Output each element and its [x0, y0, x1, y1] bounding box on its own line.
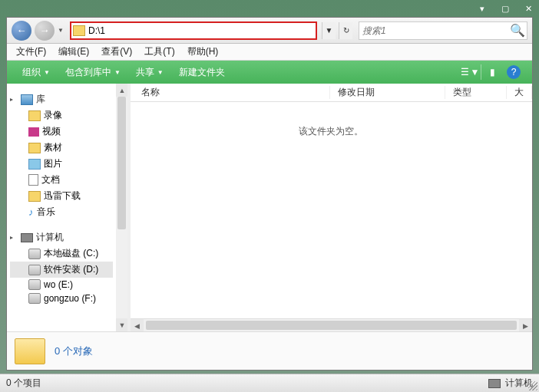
folder-large-icon [15, 338, 45, 364]
nav-drive-item[interactable]: 软件安装 (D:) [10, 262, 113, 278]
item-icon [28, 174, 38, 186]
item-icon [28, 159, 41, 170]
search-box[interactable]: 🔍 [359, 21, 527, 40]
include-library-button[interactable]: 包含到库中▼ [58, 63, 128, 82]
chevron-down-icon[interactable]: ▸ [10, 234, 18, 241]
empty-folder-message: 该文件夹为空。 [299, 125, 363, 138]
nav-library-item[interactable]: ♪音乐 [10, 204, 113, 220]
item-icon [28, 191, 41, 202]
nav-drive-item[interactable]: 本地磁盘 (C:) [10, 245, 113, 262]
back-button[interactable]: ← [12, 21, 31, 41]
computer-icon [21, 233, 33, 242]
preview-pane-button[interactable]: ▮ [481, 64, 503, 81]
command-toolbar: 组织▼ 包含到库中▼ 共享▼ 新建文件夹 ☰▼ ▮ ? [7, 61, 532, 84]
chevron-down-icon[interactable]: ▸ [10, 96, 18, 103]
folder-icon [73, 25, 85, 36]
menu-bar: 文件(F) 编辑(E) 查看(V) 工具(T) 帮助(H) [7, 44, 532, 61]
resize-grip[interactable] [528, 381, 537, 390]
address-dropdown[interactable]: ▼ [322, 22, 336, 39]
nav-library-item[interactable]: 素材 [10, 140, 113, 156]
col-modified[interactable]: 修改日期 [330, 86, 445, 99]
close-button[interactable]: ✕ [524, 4, 533, 13]
scroll-up-icon[interactable]: ▲ [116, 84, 127, 97]
search-input[interactable] [359, 23, 508, 38]
status-bar: 0 个项目 计算机 [0, 374, 539, 392]
scrollbar-thumb[interactable] [146, 321, 517, 330]
forward-button[interactable]: → [35, 21, 55, 41]
search-icon[interactable]: 🔍 [508, 22, 527, 39]
view-options-button[interactable]: ☰▼ [459, 64, 481, 81]
menu-file[interactable]: 文件(F) [10, 44, 52, 60]
address-input[interactable] [88, 23, 314, 38]
horizontal-scrollbar[interactable]: ◀ ▶ [131, 318, 532, 331]
nav-library-item[interactable]: 录像 [10, 107, 113, 124]
music-icon: ♪ [28, 206, 34, 218]
col-name[interactable]: 名称 [131, 86, 330, 99]
nav-computer-root[interactable]: ▸ 计算机 [10, 229, 113, 245]
nav-library-item[interactable]: 图片 [10, 156, 113, 172]
scroll-right-icon[interactable]: ▶ [519, 319, 532, 331]
history-dropdown[interactable]: ▼ [58, 27, 65, 35]
scroll-left-icon[interactable]: ◀ [131, 319, 144, 331]
nav-scrollbar[interactable]: ▲ ▼ [116, 84, 127, 331]
menu-tools[interactable]: 工具(T) [138, 44, 180, 60]
explorer-window: ← → ▼ ▼ ↻ 🔍 文件(F) 编辑(E) 查看(V) 工具(T) 帮助(H… [6, 17, 533, 371]
content-area: ▸ 库 录像视频素材图片文档迅雷下载♪音乐 ▸ 计算机 本地磁盘 (C:)软件安… [7, 84, 532, 331]
column-headers: 名称 修改日期 类型 大 [131, 84, 532, 102]
file-list-body[interactable]: 该文件夹为空。 [131, 102, 532, 318]
maximize-button[interactable]: ▢ [501, 4, 510, 13]
status-item-count: 0 个项目 [6, 377, 41, 390]
navigation-pane[interactable]: ▸ 库 录像视频素材图片文档迅雷下载♪音乐 ▸ 计算机 本地磁盘 (C:)软件安… [7, 84, 116, 331]
details-pane: 0 个对象 [7, 331, 532, 370]
nav-drive-item[interactable]: wo (E:) [10, 278, 113, 292]
item-icon [28, 110, 41, 121]
nav-library-item[interactable]: 视频 [10, 124, 113, 140]
object-count: 0 个对象 [55, 344, 93, 358]
share-button[interactable]: 共享▼ [128, 63, 171, 82]
item-icon [28, 127, 39, 137]
navigation-bar: ← → ▼ ▼ ↻ 🔍 [7, 18, 532, 44]
scroll-down-icon[interactable]: ▼ [116, 318, 127, 331]
col-size[interactable]: 大 [507, 86, 532, 99]
drive-icon [28, 279, 41, 290]
drive-icon [28, 293, 41, 304]
organize-button[interactable]: 组织▼ [15, 63, 58, 82]
drive-icon [28, 249, 41, 259]
help-button[interactable]: ? [503, 64, 524, 81]
scrollbar-thumb[interactable] [117, 97, 126, 229]
menu-help[interactable]: 帮助(H) [181, 44, 225, 60]
address-bar[interactable] [70, 21, 317, 40]
item-icon [28, 143, 41, 153]
file-list-pane: 名称 修改日期 类型 大 该文件夹为空。 ◀ ▶ [131, 84, 532, 331]
nav-drive-item[interactable]: gongzuo (F:) [10, 292, 113, 305]
new-folder-button[interactable]: 新建文件夹 [171, 63, 233, 82]
drive-icon [28, 265, 41, 275]
refresh-button[interactable]: ↻ [339, 22, 352, 39]
col-type[interactable]: 类型 [445, 86, 507, 99]
minimize-button[interactable]: ▾ [478, 4, 487, 13]
nav-library-item[interactable]: 文档 [10, 172, 113, 188]
computer-icon [488, 379, 501, 388]
menu-edit[interactable]: 编辑(E) [52, 44, 95, 60]
window-titlebar: ▾ ▢ ✕ [0, 0, 539, 17]
nav-library-root[interactable]: ▸ 库 [10, 91, 113, 107]
library-icon [21, 94, 33, 105]
nav-library-item[interactable]: 迅雷下载 [10, 188, 113, 204]
menu-view[interactable]: 查看(V) [95, 44, 138, 60]
